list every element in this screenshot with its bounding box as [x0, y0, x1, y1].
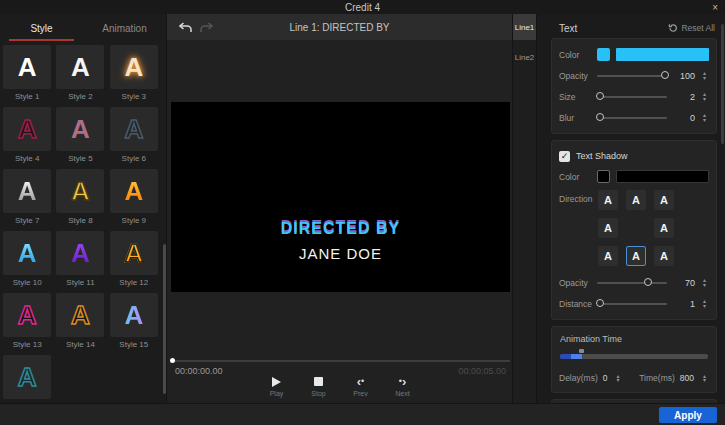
text-color-bar[interactable]: [616, 48, 709, 61]
prev-icon: ‹•: [357, 376, 365, 387]
style-item[interactable]: AStyle 2: [56, 45, 104, 107]
size-stepper[interactable]: ▴▾: [700, 92, 709, 101]
opacity-slider-knob[interactable]: [644, 278, 652, 286]
opacity-slider-knob[interactable]: [661, 71, 669, 79]
direction-up-left[interactable]: A: [598, 190, 618, 210]
style-tile[interactable]: A: [110, 293, 158, 337]
delay-stepper[interactable]: ▴▾: [613, 374, 622, 383]
time-stepper[interactable]: ▴▾: [700, 374, 709, 383]
delay-label: Delay(ms): [559, 373, 598, 383]
style-item[interactable]: AStyle 3: [110, 45, 158, 107]
style-item[interactable]: AStyle 12: [110, 231, 158, 293]
style-item[interactable]: AStyle 11: [56, 231, 104, 293]
style-item[interactable]: A: [3, 355, 51, 403]
opacity-value[interactable]: 70: [673, 278, 695, 288]
style-item[interactable]: AStyle 1: [3, 45, 51, 107]
opacity-stepper[interactable]: ▴▾: [700, 71, 709, 80]
style-item[interactable]: AStyle 8: [56, 169, 104, 231]
direction-grid: AAAAAAAA: [598, 190, 674, 266]
style-tile[interactable]: A: [3, 45, 51, 89]
style-item[interactable]: AStyle 10: [3, 231, 51, 293]
stop-button[interactable]: Stop: [308, 376, 330, 397]
direction-up-right[interactable]: A: [654, 190, 674, 210]
style-item[interactable]: AStyle 15: [110, 293, 158, 355]
left-scrollbar[interactable]: [163, 244, 166, 394]
style-tile[interactable]: A: [110, 107, 158, 151]
style-tile[interactable]: A: [110, 231, 158, 275]
style-tile[interactable]: A: [56, 107, 104, 151]
tab-animation[interactable]: Animation: [83, 14, 166, 42]
shadow-card: ✓ Text Shadow Color Direction AAAAAAAA O…: [551, 140, 717, 320]
style-item[interactable]: AStyle 14: [56, 293, 104, 355]
blur-stepper[interactable]: ▴▾: [700, 113, 709, 122]
direction-left[interactable]: A: [598, 218, 618, 238]
style-item[interactable]: AStyle 5: [56, 107, 104, 169]
preview-text-line2[interactable]: JANE DOE: [171, 245, 510, 262]
size-slider-knob[interactable]: [596, 92, 604, 100]
style-tile[interactable]: A: [56, 169, 104, 213]
opacity-stepper[interactable]: ▴▾: [700, 278, 709, 287]
timeline-scrubber[interactable]: [171, 360, 510, 362]
delay-value[interactable]: 0: [603, 373, 608, 383]
size-value[interactable]: 2: [673, 92, 695, 102]
shadow-color-bar[interactable]: [616, 170, 709, 183]
style-tile[interactable]: A: [3, 107, 51, 151]
direction-down-left[interactable]: A: [598, 246, 618, 266]
direction-right[interactable]: A: [654, 218, 674, 238]
blur-value[interactable]: 0: [673, 113, 695, 123]
animation-time-bar[interactable]: [560, 354, 708, 359]
undo-icon[interactable]: [179, 22, 192, 33]
style-tile[interactable]: A: [110, 45, 158, 89]
preview-text-line1[interactable]: DIRECTED BY: [171, 220, 510, 238]
blur-slider-knob[interactable]: [596, 113, 604, 121]
right-scrollbar[interactable]: [721, 24, 724, 144]
next-button[interactable]: •› Next: [392, 376, 414, 397]
size-slider[interactable]: [597, 92, 667, 102]
prev-button[interactable]: ‹• Prev: [350, 376, 372, 397]
distance-stepper[interactable]: ▴▾: [700, 299, 709, 308]
style-tile[interactable]: A: [56, 231, 104, 275]
redo-icon[interactable]: [200, 22, 213, 33]
style-tile[interactable]: A: [3, 169, 51, 213]
style-tile[interactable]: A: [56, 45, 104, 89]
direction-up[interactable]: A: [626, 190, 646, 210]
style-tile[interactable]: A: [110, 169, 158, 213]
play-button[interactable]: Play: [266, 376, 288, 397]
text-shadow-checkbox[interactable]: ✓: [559, 151, 570, 162]
style-tile[interactable]: A: [56, 293, 104, 337]
playhead-dot[interactable]: [170, 358, 175, 363]
style-tile[interactable]: A: [3, 355, 51, 399]
direction-down-right[interactable]: A: [654, 246, 674, 266]
animation-duration-segment: [571, 354, 582, 359]
time-value[interactable]: 800: [680, 373, 694, 383]
shadow-color-swatch[interactable]: [597, 170, 610, 183]
style-letter: A: [18, 240, 37, 266]
style-item[interactable]: AStyle 4: [3, 107, 51, 169]
style-item[interactable]: AStyle 9: [110, 169, 158, 231]
style-item[interactable]: AStyle 6: [110, 107, 158, 169]
video-preview[interactable]: DIRECTED BY JANE DOE: [171, 102, 510, 292]
opacity-value[interactable]: 100: [673, 71, 695, 81]
reset-all-button[interactable]: Reset All: [668, 23, 715, 33]
animation-bar-handle[interactable]: [579, 349, 584, 353]
direction-down[interactable]: A: [626, 246, 646, 266]
tab-style[interactable]: Style: [0, 14, 83, 42]
style-tile[interactable]: A: [3, 231, 51, 275]
apply-button[interactable]: Apply: [659, 407, 717, 423]
opacity-slider[interactable]: [597, 71, 667, 81]
style-item[interactable]: AStyle 13: [3, 293, 51, 355]
distance-slider-knob[interactable]: [596, 299, 604, 307]
opacity-slider[interactable]: [597, 278, 667, 288]
style-item[interactable]: AStyle 7: [3, 169, 51, 231]
blur-slider[interactable]: [597, 113, 667, 123]
text-color-swatch[interactable]: [597, 48, 610, 61]
tab-line2[interactable]: Line2: [513, 44, 536, 70]
style-label: Style 4: [15, 154, 39, 164]
main-area: Style Animation AStyle 1AStyle 2AStyle 3…: [0, 14, 725, 403]
style-tile[interactable]: A: [3, 293, 51, 337]
opacity-row: Opacity70▴▾: [559, 272, 709, 293]
distance-slider[interactable]: [597, 299, 667, 309]
distance-value[interactable]: 1: [673, 299, 695, 309]
close-icon[interactable]: ×: [712, 0, 718, 14]
tab-line1[interactable]: Line1: [513, 14, 536, 40]
